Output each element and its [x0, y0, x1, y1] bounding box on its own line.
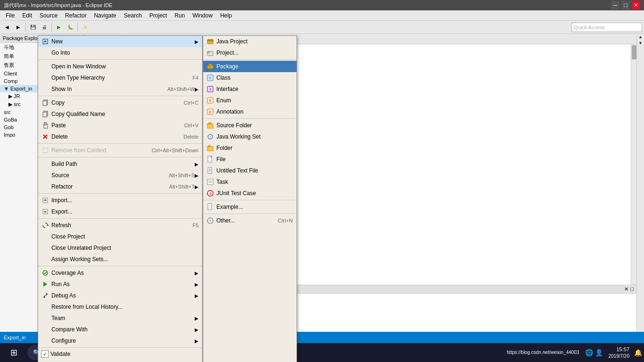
- cm-item-debug-as[interactable]: Debug As ▶: [38, 290, 202, 301]
- menu-navigate[interactable]: Navigate: [90, 11, 120, 20]
- menu-source[interactable]: Source: [36, 11, 61, 20]
- menu-edit[interactable]: Edit: [18, 11, 36, 20]
- toolbar-sep3: [77, 23, 78, 32]
- sm-item-interface[interactable]: I Interface: [203, 83, 297, 95]
- toolbar-back[interactable]: ◀: [2, 22, 12, 33]
- editor-vscrollbar[interactable]: [631, 44, 636, 285]
- cm-item-configure[interactable]: Configure ▶: [38, 335, 202, 346]
- cm-sep5: [38, 193, 202, 194]
- toolbar-debug[interactable]: 🐛: [65, 22, 75, 33]
- cm-item-show-in[interactable]: Show In Alt+Shift+W ▶: [38, 83, 202, 95]
- menu-project[interactable]: Project: [146, 11, 171, 20]
- cm-item-assign-working[interactable]: Assign Working Sets...: [38, 254, 202, 265]
- sm-item-folder[interactable]: Folder: [203, 142, 297, 154]
- menu-search[interactable]: Search: [120, 11, 146, 20]
- cm-item-type-hierarchy[interactable]: Open Type Hierarchy F4: [38, 72, 202, 83]
- cm-item-paste[interactable]: Paste Ctrl+V: [38, 120, 202, 131]
- validate-checkbox: ✓: [41, 350, 49, 358]
- cm-item-build-path[interactable]: Build Path ▶: [38, 158, 202, 170]
- console-minimize-btn[interactable]: □: [630, 286, 634, 292]
- taskbar-datetime[interactable]: 15:57 2019/7/20: [609, 346, 630, 359]
- cm-item-source[interactable]: Source Alt+Shift+S ▶: [38, 170, 202, 181]
- quick-access-input[interactable]: Quick Access: [571, 23, 642, 32]
- cm-sep6: [38, 218, 202, 219]
- cm-item-refresh[interactable]: Refresh F5: [38, 220, 202, 231]
- sm-item-enum[interactable]: E Enum: [203, 95, 297, 106]
- cm-item-export[interactable]: Export...: [38, 206, 202, 217]
- cm-item-coverage[interactable]: Coverage As ▶: [38, 267, 202, 279]
- toolbar-run[interactable]: ▶: [54, 22, 64, 33]
- sm-item-example[interactable]: ! Example...: [203, 201, 297, 213]
- cm-item-compare[interactable]: Compare With ▶: [38, 324, 202, 335]
- svg-rect-6: [43, 112, 47, 117]
- cm-item-delete[interactable]: Delete Delete: [38, 131, 202, 142]
- coverage-icon: [41, 269, 50, 277]
- title-text: 源代码mx - Import/src/Import.java - Eclipse…: [4, 2, 112, 9]
- right-panel-btn2[interactable]: ▼: [637, 40, 644, 46]
- refactor-icon: [41, 182, 50, 191]
- show-in-icon: [41, 85, 50, 93]
- cm-item-close-unrelated[interactable]: Close Unrelated Project: [38, 242, 202, 254]
- cm-item-validate[interactable]: ✓ Validate: [38, 349, 202, 359]
- menu-refactor[interactable]: Refactor: [61, 11, 90, 20]
- svg-text:?: ?: [209, 219, 212, 223]
- cm-item-restore-history[interactable]: Restore from Local History...: [38, 301, 202, 313]
- compare-icon: [41, 325, 50, 334]
- sm-item-task[interactable]: Task: [203, 176, 297, 188]
- sm-item-project[interactable]: Project...: [203, 47, 297, 58]
- cm-item-copy-qualified[interactable]: Copy Qualified Name: [38, 108, 202, 120]
- minimize-button[interactable]: ─: [611, 1, 619, 9]
- svg-rect-8: [44, 123, 46, 125]
- menu-help[interactable]: Help: [216, 11, 236, 20]
- svg-rect-4: [43, 101, 47, 106]
- run-as-icon: [41, 280, 50, 288]
- sm-item-junit[interactable]: J JUnit Test Case: [203, 188, 297, 199]
- task-icon: [206, 178, 215, 186]
- sys-tray-globe[interactable]: 🌐: [585, 349, 593, 356]
- cm-item-team[interactable]: Team ▶: [38, 313, 202, 324]
- cm-item-run-as[interactable]: Run As ▶: [38, 279, 202, 290]
- export-icon: [41, 207, 50, 216]
- svg-line-21: [44, 295, 47, 296]
- sm-item-annotation[interactable]: @ Annotation: [203, 106, 297, 117]
- sm-item-file[interactable]: File: [203, 154, 297, 165]
- cm-item-copy[interactable]: Copy Ctrl+C: [38, 97, 202, 108]
- cm-item-new[interactable]: New ▶: [38, 36, 202, 47]
- close-button[interactable]: ✕: [632, 1, 640, 9]
- maximize-button[interactable]: □: [621, 1, 630, 9]
- taskbar-time: 15:57: [609, 346, 630, 353]
- sm-item-java-working-set[interactable]: J Java Working Set: [203, 131, 297, 142]
- cm-item-refactor[interactable]: Refactor Alt+Shift+T ▶: [38, 181, 202, 192]
- toolbar-forward[interactable]: ▶: [13, 22, 24, 33]
- cm-item-import[interactable]: Import...: [38, 195, 202, 206]
- sys-tray-notification[interactable]: 🔔: [634, 349, 642, 356]
- start-button[interactable]: ⊞: [2, 344, 25, 361]
- svg-point-20: [46, 293, 48, 295]
- sm-item-class[interactable]: C Class: [203, 72, 297, 83]
- menu-window[interactable]: Window: [189, 11, 216, 20]
- sm-item-package[interactable]: Package: [203, 61, 297, 72]
- cm-sep1: [38, 59, 202, 60]
- menu-run[interactable]: Run: [171, 11, 189, 20]
- open-window-icon: [41, 62, 50, 71]
- console-clear-btn[interactable]: ✕: [624, 286, 628, 292]
- cm-item-go-into[interactable]: Go Into: [38, 47, 202, 58]
- context-menu-overlay: New ▶ Go Into Open in New Window Open Ty…: [38, 35, 297, 362]
- cm-item-close-project[interactable]: Close Project: [38, 231, 202, 242]
- file-icon: [206, 155, 215, 164]
- sm-item-java-project[interactable]: J Java Project: [203, 36, 297, 47]
- class-icon: C: [206, 74, 215, 82]
- cm-item-properties[interactable]: Properties Alt+Enter: [38, 359, 202, 362]
- sm-item-source-folder[interactable]: Source Folder: [203, 120, 297, 131]
- toolbar-new[interactable]: ✨: [80, 22, 90, 33]
- cm-item-open-new-window[interactable]: Open in New Window: [38, 61, 202, 72]
- toolbar-save[interactable]: 💾: [28, 22, 38, 33]
- right-panel-btn1[interactable]: ▲: [637, 34, 644, 40]
- sys-tray-user[interactable]: 👤: [595, 349, 603, 356]
- sm-item-other[interactable]: ? Other... Ctrl+N: [203, 215, 297, 226]
- configure-icon: [41, 337, 50, 345]
- vscrollbar-thumb: [632, 45, 636, 59]
- menu-file[interactable]: File: [2, 11, 18, 20]
- toolbar-print[interactable]: 🖨: [39, 22, 50, 33]
- sm-item-untitled-text[interactable]: Untitled Text File: [203, 165, 297, 176]
